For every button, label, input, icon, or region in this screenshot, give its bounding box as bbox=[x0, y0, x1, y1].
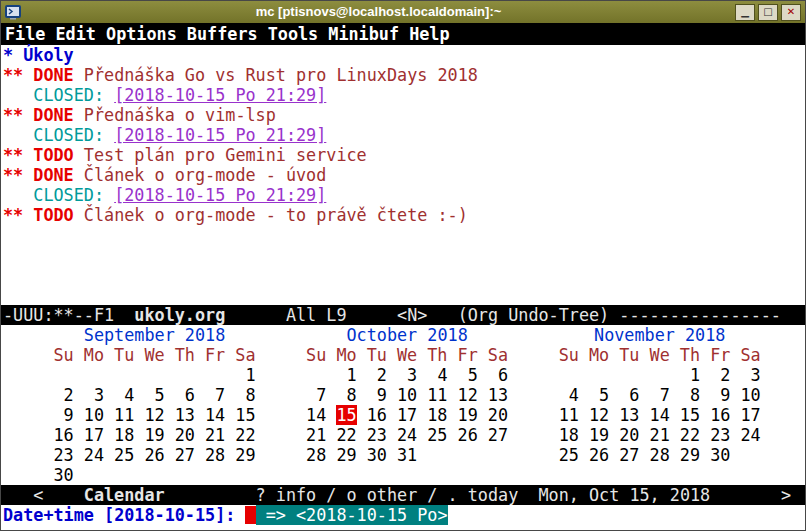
calendar-day[interactable]: 28 bbox=[306, 445, 326, 465]
calendar-day[interactable]: 4 bbox=[569, 385, 579, 405]
calendar-day[interactable]: 1 bbox=[245, 365, 255, 385]
menu-item-edit[interactable]: Edit bbox=[56, 23, 96, 45]
calendar-back-arrow[interactable]: < bbox=[33, 485, 43, 505]
calendar-day[interactable]: 3 bbox=[751, 365, 761, 385]
menu-item-help[interactable]: Help bbox=[409, 23, 449, 45]
calendar-day[interactable]: 7 bbox=[660, 385, 670, 405]
calendar-day[interactable]: 12 bbox=[144, 405, 164, 425]
menu-item-minibuf[interactable]: Minibuf bbox=[328, 23, 399, 45]
calendar-day[interactable]: 29 bbox=[680, 445, 700, 465]
calendar-day[interactable]: 14 bbox=[205, 405, 225, 425]
titlebar[interactable]: mc [ptisnovs@localhost.localdomain]:~ ▁ … bbox=[1, 1, 805, 23]
calendar-day[interactable]: 16 bbox=[54, 425, 74, 445]
calendar-day-today[interactable]: 15 bbox=[336, 405, 356, 425]
calendar-day[interactable]: 10 bbox=[397, 385, 417, 405]
calendar-day[interactable]: 24 bbox=[397, 425, 417, 445]
calendar-day[interactable]: 5 bbox=[468, 365, 478, 385]
calendar-forward-arrow[interactable]: > bbox=[781, 485, 791, 505]
calendar-day[interactable]: 21 bbox=[306, 425, 326, 445]
calendar-day[interactable]: 6 bbox=[498, 365, 508, 385]
calendar-day[interactable]: 9 bbox=[720, 385, 730, 405]
calendar-day[interactable]: 17 bbox=[84, 425, 104, 445]
close-button[interactable]: ✕ bbox=[781, 4, 801, 21]
calendar-day[interactable]: 14 bbox=[650, 405, 670, 425]
calendar-day[interactable]: 2 bbox=[720, 365, 730, 385]
calendar-day[interactable]: 3 bbox=[94, 385, 104, 405]
calendar-day[interactable]: 13 bbox=[619, 405, 639, 425]
calendar-day[interactable]: 18 bbox=[114, 425, 134, 445]
calendar-day[interactable]: 23 bbox=[54, 445, 74, 465]
calendar-day[interactable]: 19 bbox=[144, 425, 164, 445]
calendar-day[interactable]: 8 bbox=[346, 385, 356, 405]
calendar-day[interactable]: 19 bbox=[458, 405, 478, 425]
calendar-day[interactable]: 22 bbox=[235, 425, 255, 445]
calendar-day[interactable]: 24 bbox=[740, 425, 760, 445]
calendar-day[interactable]: 9 bbox=[64, 405, 74, 425]
calendar-day[interactable]: 28 bbox=[205, 445, 225, 465]
calendar-day[interactable]: 10 bbox=[84, 405, 104, 425]
calendar-day[interactable]: 12 bbox=[589, 405, 609, 425]
calendar-day[interactable]: 20 bbox=[619, 425, 639, 445]
calendar-day[interactable]: 8 bbox=[690, 385, 700, 405]
calendar-day[interactable]: 13 bbox=[488, 385, 508, 405]
calendar-day[interactable]: 28 bbox=[650, 445, 670, 465]
calendar-day[interactable]: 8 bbox=[245, 385, 255, 405]
calendar-day[interactable]: 11 bbox=[114, 405, 134, 425]
calendar-day[interactable]: 21 bbox=[650, 425, 670, 445]
calendar-day[interactable]: 30 bbox=[710, 445, 730, 465]
calendar-day[interactable]: 27 bbox=[619, 445, 639, 465]
calendar-day[interactable]: 18 bbox=[427, 405, 447, 425]
calendar-day[interactable]: 10 bbox=[740, 385, 760, 405]
calendar-day[interactable]: 25 bbox=[559, 445, 579, 465]
calendar-day[interactable]: 22 bbox=[336, 425, 356, 445]
calendar-day[interactable]: 22 bbox=[680, 425, 700, 445]
calendar-day[interactable]: 19 bbox=[589, 425, 609, 445]
calendar-day[interactable]: 26 bbox=[589, 445, 609, 465]
calendar-day[interactable]: 26 bbox=[458, 425, 478, 445]
calendar-day[interactable]: 17 bbox=[740, 405, 760, 425]
minibuffer[interactable]: Date+time [2018-10-15]: => <2018-10-15 P… bbox=[1, 505, 805, 530]
maximize-button[interactable]: □ bbox=[758, 4, 778, 21]
menu-item-tools[interactable]: Tools bbox=[268, 23, 319, 45]
menu-item-file[interactable]: File bbox=[5, 23, 45, 45]
calendar-day[interactable]: 6 bbox=[629, 385, 639, 405]
calendar-day[interactable]: 24 bbox=[84, 445, 104, 465]
calendar-day[interactable]: 3 bbox=[407, 365, 417, 385]
calendar-day[interactable]: 27 bbox=[175, 445, 195, 465]
calendar-day[interactable]: 4 bbox=[437, 365, 447, 385]
calendar-day[interactable]: 15 bbox=[235, 405, 255, 425]
calendar-day[interactable]: 16 bbox=[710, 405, 730, 425]
calendar-day[interactable]: 23 bbox=[710, 425, 730, 445]
calendar-day[interactable]: 16 bbox=[367, 405, 387, 425]
calendar-day[interactable]: 23 bbox=[367, 425, 387, 445]
calendar-day[interactable]: 5 bbox=[155, 385, 165, 405]
calendar-day[interactable]: 7 bbox=[215, 385, 225, 405]
calendar-day[interactable]: 27 bbox=[488, 425, 508, 445]
calendar-day[interactable]: 11 bbox=[559, 405, 579, 425]
calendar-day[interactable]: 25 bbox=[427, 425, 447, 445]
calendar-day[interactable]: 7 bbox=[316, 385, 326, 405]
calendar-day[interactable]: 2 bbox=[64, 385, 74, 405]
calendar-day[interactable]: 21 bbox=[205, 425, 225, 445]
minimize-button[interactable]: ▁ bbox=[735, 4, 755, 21]
calendar-day[interactable]: 29 bbox=[336, 445, 356, 465]
calendar-day[interactable]: 9 bbox=[377, 385, 387, 405]
calendar-day[interactable]: 4 bbox=[124, 385, 134, 405]
calendar-day[interactable]: 15 bbox=[680, 405, 700, 425]
calendar-day[interactable]: 25 bbox=[114, 445, 134, 465]
calendar-day[interactable]: 31 bbox=[397, 445, 417, 465]
calendar-day[interactable]: 30 bbox=[54, 465, 74, 485]
calendar-day[interactable]: 29 bbox=[235, 445, 255, 465]
calendar-day[interactable]: 6 bbox=[185, 385, 195, 405]
calendar-day[interactable]: 13 bbox=[175, 405, 195, 425]
calendar-day[interactable]: 30 bbox=[367, 445, 387, 465]
calendar-day[interactable]: 5 bbox=[599, 385, 609, 405]
calendar-day[interactable]: 20 bbox=[175, 425, 195, 445]
calendar-day[interactable]: 1 bbox=[346, 365, 356, 385]
menu-item-options[interactable]: Options bbox=[106, 23, 177, 45]
calendar-day[interactable]: 17 bbox=[397, 405, 417, 425]
calendar-day[interactable]: 14 bbox=[306, 405, 326, 425]
calendar-day[interactable]: 11 bbox=[427, 385, 447, 405]
calendar-day[interactable]: 2 bbox=[377, 365, 387, 385]
org-buffer[interactable]: * Úkoly** DONE Přednáška Go vs Rust pro … bbox=[1, 45, 805, 305]
